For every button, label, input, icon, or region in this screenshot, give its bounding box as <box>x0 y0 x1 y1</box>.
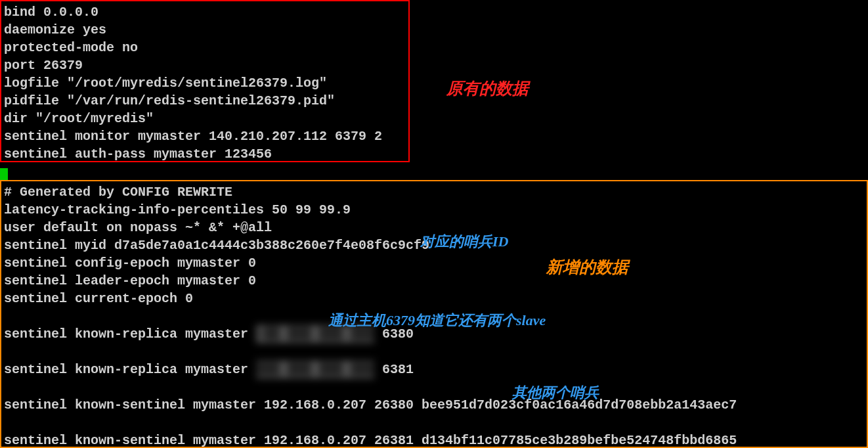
config-header: # Generated by CONFIG REWRITE <box>4 183 864 201</box>
annotation-sentinel-id: 对应的哨兵ID <box>420 232 508 252</box>
config-line-sentinel: sentinel known-sentinel mymaster 192.168… <box>4 432 864 448</box>
config-line: sentinel monitor mymaster 140.210.207.11… <box>4 127 406 145</box>
annotation-new-data: 新增的数据 <box>546 256 628 278</box>
config-line: sentinel current-epoch 0 <box>4 290 864 307</box>
config-line: bind 0.0.0.0 <box>4 3 406 21</box>
annotation-original-data: 原有的数据 <box>446 78 529 99</box>
terminal-cursor <box>0 168 8 181</box>
original-config-box: bind 0.0.0.0 daemonize yes protected-mod… <box>0 0 410 162</box>
config-line: dir "/root/myredis" <box>4 110 406 127</box>
config-line: sentinel auth-pass mymaster 123456 <box>4 145 406 163</box>
config-line: daemonize yes <box>4 21 406 39</box>
config-line: logfile "/root/myredis/sentinel26379.log… <box>4 74 406 92</box>
config-line: protected-mode no <box>4 39 406 56</box>
config-line-replica: sentinel known-replica mymaster ███.███.… <box>4 361 864 378</box>
config-line: sentinel leader-epoch mymaster 0 <box>4 272 864 290</box>
annotation-other-sentinels: 其他两个哨兵 <box>512 383 599 403</box>
annotation-slaves-note: 通过主机6379知道它还有两个slave <box>328 311 546 330</box>
config-line: port 26379 <box>4 56 406 74</box>
config-line: sentinel config-epoch mymaster 0 <box>4 254 864 272</box>
redacted-ip: ███.███.███.███ <box>256 361 374 378</box>
config-line-sentinel: sentinel known-sentinel mymaster 192.168… <box>4 396 864 414</box>
config-line: latency-tracking-info-percentiles 50 99 … <box>4 201 864 219</box>
config-line: pidfile "/var/run/redis-sentinel26379.pi… <box>4 92 406 110</box>
